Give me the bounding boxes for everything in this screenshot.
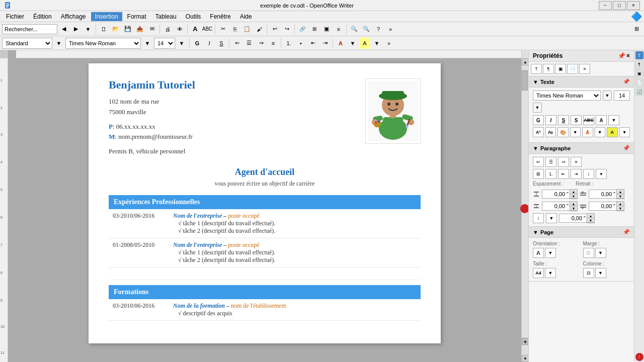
prop-size-dropdown[interactable]: ▼: [533, 103, 542, 113]
align-left-btn[interactable]: ⇐: [231, 38, 243, 49]
align-justify-btn[interactable]: ≡: [268, 38, 279, 49]
minimize-button[interactable]: −: [599, 1, 612, 10]
clone-btn[interactable]: 🖌: [254, 24, 265, 35]
new-btn[interactable]: 🗋: [98, 24, 109, 35]
maximize-button[interactable]: □: [613, 1, 626, 10]
below-spacing-spinners[interactable]: ▲▼: [570, 201, 578, 211]
table-btn[interactable]: ⊞: [309, 24, 320, 35]
prop-shadow-btn[interactable]: S: [571, 115, 582, 125]
prop-icon-para[interactable]: ¶: [543, 64, 554, 74]
menu-fenetre[interactable]: Fenêtre: [206, 12, 234, 21]
font-color-dropdown[interactable]: ▼: [347, 38, 358, 49]
menu-fichier[interactable]: Fichier: [2, 12, 28, 21]
email-btn[interactable]: ✉: [146, 24, 157, 35]
indent-less-btn[interactable]: ⇤: [307, 38, 318, 49]
taille-icon[interactable]: A4: [533, 268, 544, 278]
extra-btn[interactable]: »: [385, 24, 396, 35]
prop-highlight-btn[interactable]: A: [582, 127, 593, 137]
redo-btn[interactable]: ↪: [281, 24, 292, 35]
page-section-header[interactable]: ▼ Page 📌: [529, 227, 634, 238]
search-next-btn[interactable]: ▶: [70, 24, 82, 35]
prop-font-select[interactable]: Times New Roman: [533, 90, 601, 101]
zoom-in-btn[interactable]: 🔍: [349, 24, 360, 35]
strip-icon-4[interactable]: 📄: [635, 78, 643, 86]
save-btn[interactable]: 💾: [122, 24, 133, 35]
prop-size-input[interactable]: [614, 90, 630, 101]
list-unordered-btn[interactable]: •: [295, 38, 306, 49]
close-button[interactable]: ×: [627, 1, 640, 10]
para-indent-less[interactable]: ⇤: [558, 169, 569, 179]
paragraphe-section-header[interactable]: ▼ Paragraphe 📌: [529, 143, 634, 154]
autocorrect-btn[interactable]: ABC: [202, 24, 213, 35]
para-linespacing[interactable]: ↕: [583, 169, 594, 179]
prop-bold-btn[interactable]: G: [533, 115, 544, 125]
texte-section-header[interactable]: ▼ Texte 📌: [529, 76, 634, 87]
prop-subscript-btn[interactable]: A₂: [545, 127, 556, 137]
menu-edition[interactable]: Édition: [29, 12, 56, 21]
prop-icon-text[interactable]: T: [531, 64, 542, 74]
prop-close-btn[interactable]: ×: [626, 52, 630, 59]
undo-btn[interactable]: ↩: [269, 24, 280, 35]
font-select[interactable]: Times New Roman: [65, 38, 141, 49]
prop-italic-btn[interactable]: I: [545, 115, 556, 125]
prop-superscript-btn[interactable]: A²: [533, 127, 544, 137]
menu-tableau[interactable]: Tableau: [151, 12, 181, 21]
below-spacing-field[interactable]: [542, 202, 570, 211]
prop-extra1-btn[interactable]: ▼: [608, 115, 619, 125]
align-right-btn[interactable]: ⇒: [256, 38, 267, 49]
indent-more-btn[interactable]: ⇥: [319, 38, 331, 49]
style-select[interactable]: Standard: [2, 38, 52, 49]
linespacing-dropdown[interactable]: ▼: [546, 213, 557, 223]
hyperlink-btn[interactable]: 🔗: [297, 24, 308, 35]
para-align-left[interactable]: ⇐: [533, 157, 544, 167]
copy-btn[interactable]: ⎘: [229, 24, 240, 35]
prop-bg-btn[interactable]: A: [607, 127, 618, 137]
style-dropdown-btn[interactable]: ▼: [53, 38, 64, 49]
export-btn[interactable]: 📤: [134, 24, 145, 35]
sidebar-toggle-btn[interactable]: ⊞: [631, 24, 642, 35]
indent-after-spinners[interactable]: ▲▼: [616, 201, 624, 211]
linespacing-spinners[interactable]: ▲▼: [587, 213, 595, 223]
strip-icon-2[interactable]: ¶: [635, 60, 643, 68]
prop-icon-list[interactable]: ≡: [579, 64, 590, 74]
orientation-portrait[interactable]: A: [533, 248, 544, 258]
para-align-justify[interactable]: ≡: [571, 157, 582, 167]
strip-icon-1[interactable]: T: [635, 51, 643, 59]
para-align-center[interactable]: ☰: [545, 157, 556, 167]
scroll-down-btn[interactable]: ▼: [522, 355, 528, 362]
prop-font-a-btn[interactable]: A: [596, 115, 607, 125]
page-nav-handle[interactable]: ◈: [522, 338, 528, 345]
colonne-dropdown[interactable]: ▼: [595, 268, 606, 278]
align-center-btn[interactable]: ☰: [244, 38, 255, 49]
prop-pin-btn[interactable]: 📌: [618, 52, 625, 59]
orientation-portrait-dropdown[interactable]: ▼: [545, 248, 556, 258]
linespacing-field[interactable]: [559, 214, 587, 223]
colonne-icon[interactable]: ⊟: [583, 268, 594, 278]
strip-icon-5[interactable]: 🔄: [635, 87, 643, 96]
strip-icon-bottom[interactable]: !: [635, 353, 643, 361]
para-ls-dropdown[interactable]: ▼: [596, 169, 607, 179]
size-select[interactable]: 14: [154, 38, 175, 49]
strip-icon-3[interactable]: ▣: [635, 69, 643, 77]
search-input[interactable]: [2, 24, 57, 34]
prop-icon-frame[interactable]: ▣: [555, 64, 566, 74]
print-btn[interactable]: 🖨: [162, 24, 173, 35]
para-list-toggle[interactable]: ⊞: [533, 169, 544, 179]
preview-btn[interactable]: 👁: [174, 24, 185, 35]
prop-icon-page[interactable]: 📄: [567, 64, 578, 74]
open-btn[interactable]: 📂: [110, 24, 121, 35]
zoom-out-btn[interactable]: 🔍: [361, 24, 372, 35]
list-btn[interactable]: ≡: [333, 24, 344, 35]
menu-insertion[interactable]: Insertion: [91, 12, 122, 21]
italic-btn[interactable]: I: [204, 38, 215, 49]
prop-color-btn[interactable]: 🎨: [557, 127, 569, 137]
highlight-btn[interactable]: A: [359, 38, 370, 49]
prop-bg-dropdown[interactable]: ▼: [619, 127, 630, 137]
extra-format-btn[interactable]: »: [383, 38, 394, 49]
prop-strikethrough-btn[interactable]: ABC: [583, 115, 594, 125]
highlight-dropdown[interactable]: ▼: [371, 38, 382, 49]
font-color-btn[interactable]: A: [335, 38, 346, 49]
search-options-btn[interactable]: ▼: [83, 24, 94, 35]
search-prev-btn[interactable]: ◀: [58, 24, 69, 35]
para-num-list[interactable]: 1.: [545, 169, 556, 179]
